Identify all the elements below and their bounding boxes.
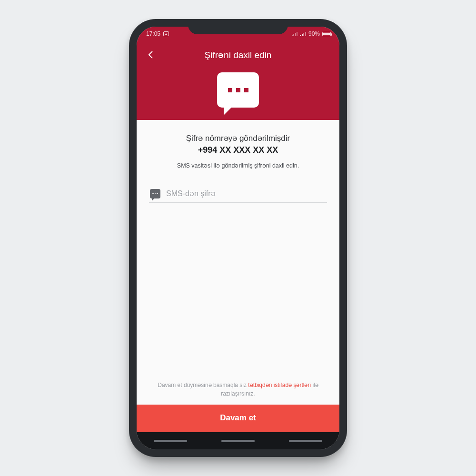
battery-icon: [322, 32, 331, 36]
status-right: 90%: [292, 30, 331, 37]
screen: 17:05 90% Şifrəni daxil edin: [137, 27, 339, 449]
nav-home-button[interactable]: [221, 440, 255, 442]
device-notch: [188, 19, 288, 34]
status-time: 17:05: [146, 30, 160, 37]
continue-button[interactable]: Davam et: [137, 405, 339, 432]
page-title: Şifrəni daxil edin: [137, 50, 339, 60]
sms-icon: [150, 189, 160, 198]
signal-icon-2: [300, 31, 306, 36]
sms-code-input[interactable]: [166, 189, 326, 198]
terms-prefix: Davam et düyməsinə basmaqla siz: [158, 382, 248, 388]
battery-percent: 90%: [308, 30, 320, 37]
terms-link[interactable]: tətbiqdən istifadə şərtləri: [248, 382, 311, 388]
spacer: [149, 203, 327, 381]
enter-code-hint: SMS vasitəsi ilə göndərilmiş şifrəni dax…: [149, 162, 327, 169]
app-header: Şifrəni daxil edin: [137, 41, 339, 120]
code-input-row[interactable]: [149, 185, 327, 203]
nav-recent-button[interactable]: [154, 440, 187, 442]
content-area: Şifrə nömrəyə göndərilmişdir +994 XX XXX…: [137, 120, 339, 405]
signal-icon-1: [292, 31, 298, 36]
phone-frame: 17:05 90% Şifrəni daxil edin: [129, 19, 347, 457]
screenshot-icon: [163, 31, 169, 36]
chevron-left-icon: [146, 50, 156, 60]
hero-icon-wrap: [144, 72, 332, 108]
code-sent-label: Şifrə nömrəyə göndərilmişdir: [149, 133, 327, 143]
message-bubble-icon: [217, 72, 259, 108]
terms-text: Davam et düyməsinə basmaqla siz tətbiqdə…: [149, 381, 327, 405]
android-nav-bar: [137, 432, 339, 449]
status-left: 17:05: [146, 30, 169, 37]
back-button[interactable]: [144, 48, 158, 61]
phone-number: +994 XX XXX XX XX: [149, 145, 327, 155]
nav-back-button[interactable]: [289, 440, 322, 442]
